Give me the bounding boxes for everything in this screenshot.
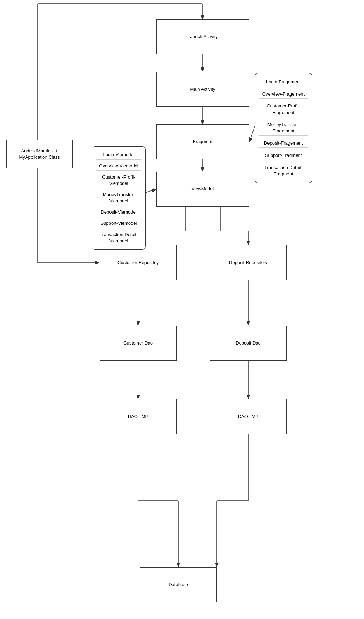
deposit-repository-box: Deposit Repository (210, 245, 287, 280)
database-box: Database (140, 567, 217, 602)
deposit-dao-label: Deposit Dao (236, 340, 261, 346)
main-activity-box: Main Activity (156, 72, 249, 107)
list-item: Deposit-Fragement (259, 139, 308, 148)
diagram-container: Launch Activity Main Activity Fragment V… (0, 0, 364, 619)
launch-activity-label: Launch Activity (187, 34, 218, 40)
list-item: Transaction Detail-Fragment (259, 164, 308, 178)
customer-repository-box: Customer Repositoy (100, 245, 177, 280)
list-item: Transaction Detail-Viemodel (96, 230, 141, 245)
deposit-repository-label: Deposit Repository (229, 259, 267, 266)
dao-imp-left-label: DAO_IMP (128, 413, 149, 420)
main-activity-label: Main Activity (190, 86, 215, 92)
list-item: Customer-Profil-Viemodel (96, 173, 141, 188)
list-item: Login-Viemodel (96, 151, 141, 159)
list-item: Customer-Profil-Fragement (259, 102, 308, 117)
dao-imp-right-label: DAO_IMP (238, 413, 259, 420)
list-item: Overview-Fragement (259, 90, 308, 99)
fragment-label: Fragment (193, 139, 213, 145)
deposit-dao-box: Deposit Dao (210, 326, 287, 361)
customer-dao-label: Customer Dao (123, 340, 153, 346)
customer-repository-label: Customer Repositoy (117, 259, 159, 266)
list-item: MoneyTransfer-Viemodel (96, 190, 141, 206)
dao-imp-right-box: DAO_IMP (210, 399, 287, 434)
list-item: Deposit-Viemodel (96, 208, 141, 217)
list-item: Support-Viemodel (96, 219, 141, 228)
list-item: Login-Fragement (259, 78, 308, 86)
launch-activity-box: Launch Activity (156, 19, 249, 54)
list-item: Support-Fragment (259, 151, 308, 160)
android-manifest-box: AndroidManifest + MyApplication Class (6, 140, 73, 168)
list-item: MoneyTransfer-Fragement (259, 120, 308, 135)
database-label: Database (169, 582, 188, 588)
fragment-box: Fragment (156, 124, 249, 159)
dao-imp-left-box: DAO_IMP (100, 399, 177, 434)
android-manifest-label: AndroidManifest + MyApplication Class (9, 148, 70, 160)
customer-dao-box: Customer Dao (100, 326, 177, 361)
viewmodel-label: ViewModel (192, 186, 214, 192)
right-fragments-panel: Login-Fragement Overview-Fragement Custo… (255, 73, 312, 183)
list-item: Overview-Viemodel (96, 162, 141, 171)
left-viewmodels-panel: Login-Viemodel Overview-Viemodel Custome… (92, 146, 146, 250)
viewmodel-box: ViewModel (156, 172, 249, 207)
